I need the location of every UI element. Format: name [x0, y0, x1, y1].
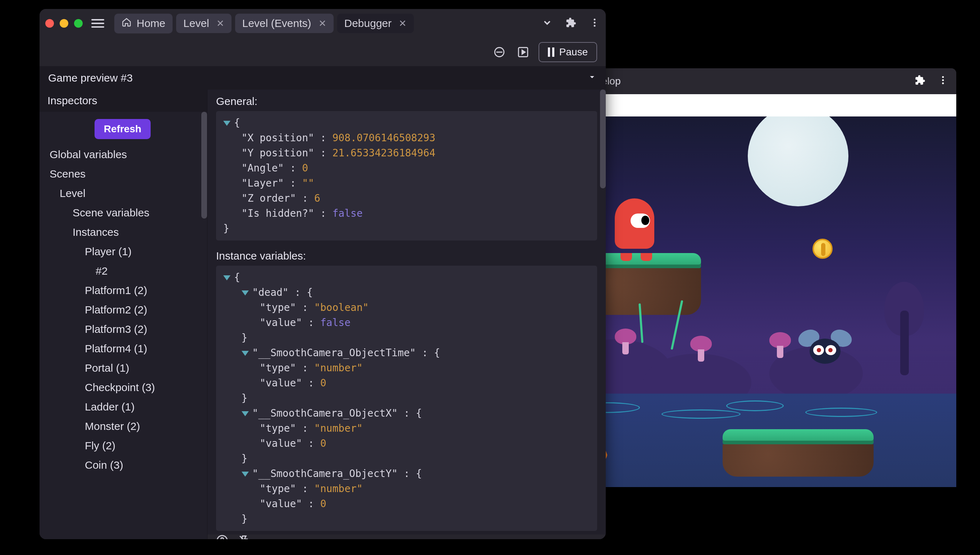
tab-home-label: Home: [136, 17, 165, 29]
stop-icon[interactable]: [491, 44, 508, 60]
general-json[interactable]: { "X position" : 908.0706146508293 "Y po…: [216, 111, 597, 241]
fly-enemy-graphic: [802, 332, 848, 368]
close-icon[interactable]: [45, 19, 54, 28]
inspectors-tree[interactable]: Refresh Global variables Scenes Level Sc…: [40, 112, 207, 539]
tree-level[interactable]: Level: [40, 184, 205, 203]
tree-scenes[interactable]: Scenes: [40, 164, 205, 184]
game-preview-dropdown[interactable]: Game preview #3: [40, 66, 606, 90]
editor-window: Home Level ✕ Level (Events) ✕ Debugger ✕: [40, 9, 606, 539]
tab-home[interactable]: Home: [114, 14, 173, 34]
mushroom-graphic: [769, 332, 791, 357]
help-icon[interactable]: [216, 534, 228, 539]
pause-icon: [548, 47, 554, 57]
pause-label: Pause: [560, 47, 588, 58]
game-window-titlebar: GDevelop: [568, 68, 956, 94]
chevron-down-icon: [587, 72, 597, 85]
ripple-graphic: [805, 407, 877, 417]
chevron-down-icon[interactable]: [542, 17, 553, 29]
mushroom-graphic: [690, 336, 712, 361]
mushroom-graphic: [615, 329, 636, 354]
pause-button[interactable]: Pause: [539, 42, 597, 62]
window-controls: [45, 19, 83, 28]
tree-coin[interactable]: Coin (3): [40, 456, 205, 475]
tree-monster[interactable]: Monster (2): [40, 417, 205, 436]
close-tab-icon[interactable]: ✕: [217, 18, 225, 29]
inspectors-sidebar: Inspectors Refresh Global variables Scen…: [40, 90, 207, 539]
svg-point-4: [594, 22, 596, 24]
moon-graphic: [748, 117, 848, 206]
tab-debugger-label: Debugger: [345, 17, 392, 29]
tab-level-label: Level: [183, 17, 209, 29]
island-graphic: [723, 429, 874, 476]
svg-point-2: [942, 82, 944, 84]
tree-instances[interactable]: Instances: [40, 223, 205, 242]
tab-debugger[interactable]: Debugger ✕: [337, 14, 414, 33]
instance-variables-json[interactable]: { "dead" : { "type" : "boolean" "value" …: [216, 266, 597, 531]
minimize-icon[interactable]: [60, 19, 68, 28]
svg-point-1: [942, 79, 944, 81]
tree-portal[interactable]: Portal (1): [40, 358, 205, 378]
editor-titlebar: Home Level ✕ Level (Events) ✕ Debugger ✕: [40, 9, 606, 38]
tree-scene-variables[interactable]: Scene variables: [40, 203, 205, 223]
debugger-toolbar: Pause: [40, 38, 606, 66]
tree-checkpoint[interactable]: Checkpoint (3): [40, 378, 205, 397]
extension-icon[interactable]: [914, 75, 925, 88]
game-url-bar: ntml: [568, 94, 956, 117]
svg-point-0: [942, 76, 944, 78]
close-tab-icon[interactable]: ✕: [399, 18, 407, 29]
tree-platform3[interactable]: Platform3 (2): [40, 319, 205, 339]
svg-point-3: [594, 19, 596, 21]
more-icon[interactable]: [938, 75, 948, 88]
tree-global-variables[interactable]: Global variables: [40, 145, 205, 164]
editor-tabs: Home Level ✕ Level (Events) ✕ Debugger ✕: [114, 14, 534, 34]
inspector-panel: General: { "X position" : 908.0706146508…: [207, 90, 606, 539]
tree-player-instance[interactable]: #2: [40, 261, 205, 281]
tab-level-events[interactable]: Level (Events) ✕: [235, 14, 334, 33]
inspectors-header: Inspectors: [40, 90, 207, 112]
game-preview-window: GDevelop ntml: [568, 68, 956, 487]
ripple-graphic: [726, 401, 784, 411]
player-graphic: [615, 199, 654, 256]
tree-ladder[interactable]: Ladder (1): [40, 397, 205, 417]
menu-icon[interactable]: [91, 19, 104, 28]
home-icon: [122, 17, 132, 30]
preview-title: Game preview #3: [48, 72, 133, 84]
tab-level-events-label: Level (Events): [242, 17, 311, 29]
maximize-icon[interactable]: [74, 19, 83, 28]
more-icon[interactable]: [589, 17, 600, 29]
play-preview-icon[interactable]: [515, 44, 531, 60]
tree-platform1[interactable]: Platform1 (2): [40, 281, 205, 300]
scrollbar-thumb[interactable]: [201, 112, 207, 218]
tree-platform2[interactable]: Platform2 (2): [40, 300, 205, 319]
close-tab-icon[interactable]: ✕: [319, 18, 326, 29]
coin-graphic: [812, 239, 832, 259]
instance-variables-heading: Instance variables:: [207, 244, 606, 266]
ripple-graphic: [661, 409, 741, 419]
extension-icon[interactable]: [566, 17, 576, 29]
tree-player[interactable]: Player (1): [40, 242, 205, 261]
inspector-footer: [207, 534, 606, 539]
flash-off-icon[interactable]: [238, 534, 250, 539]
tree-fly[interactable]: Fly (2): [40, 436, 205, 456]
scrollbar-thumb[interactable]: [600, 90, 606, 188]
refresh-button[interactable]: Refresh: [95, 119, 151, 139]
tab-level[interactable]: Level ✕: [176, 14, 231, 33]
game-canvas[interactable]: [568, 117, 956, 487]
tree-graphic: [884, 282, 924, 375]
general-heading: General:: [207, 90, 606, 111]
tree-platform4[interactable]: Platform4 (1): [40, 339, 205, 358]
svg-point-5: [594, 25, 596, 27]
